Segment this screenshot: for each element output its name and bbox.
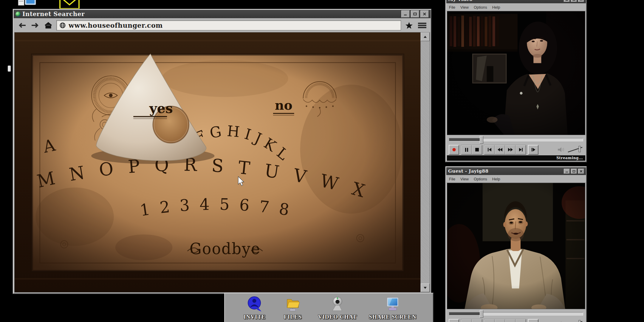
close-button[interactable] bbox=[578, 169, 584, 174]
invite-button[interactable]: INVITE bbox=[237, 296, 273, 320]
mail-icon bbox=[59, 0, 80, 10]
my-video-statusbar: Streaming... bbox=[447, 155, 585, 161]
my-video-seekbar[interactable] bbox=[446, 135, 586, 144]
back-icon bbox=[18, 22, 26, 28]
webcam-icon bbox=[329, 296, 346, 312]
previous-button[interactable] bbox=[484, 319, 495, 322]
url-globe-icon bbox=[60, 22, 66, 28]
scrollbar-track[interactable] bbox=[421, 41, 430, 284]
files-button[interactable]: FILES bbox=[275, 296, 311, 320]
step-forward-button[interactable] bbox=[528, 319, 538, 322]
maximize-button[interactable] bbox=[571, 169, 577, 174]
my-video-title: My Video bbox=[448, 0, 473, 2]
previous-button[interactable] bbox=[484, 145, 495, 154]
stop-icon bbox=[475, 148, 479, 151]
close-button[interactable] bbox=[578, 0, 584, 2]
step-forward-icon bbox=[531, 148, 535, 151]
mouse-cursor bbox=[238, 176, 245, 186]
stop-button[interactable] bbox=[472, 145, 482, 154]
guest-titlebar[interactable]: Guest - Jayig88 bbox=[446, 167, 586, 175]
volume-slider[interactable] bbox=[567, 320, 583, 322]
url-text: www.houseofhunger.com bbox=[69, 21, 163, 29]
my-video-controls bbox=[446, 144, 586, 155]
seek-progress bbox=[449, 138, 482, 141]
menu-help[interactable]: Help bbox=[492, 5, 500, 10]
back-button[interactable] bbox=[17, 21, 27, 30]
speaker-muted-icon[interactable] bbox=[557, 146, 565, 153]
minimize-button[interactable] bbox=[564, 169, 570, 174]
screen-artifact bbox=[8, 66, 11, 72]
browser-navbar: www.houseofhunger.com bbox=[13, 18, 431, 32]
address-bar[interactable]: www.houseofhunger.com bbox=[56, 20, 401, 30]
maximize-button[interactable] bbox=[411, 10, 419, 18]
board-goodbye[interactable]: Goodbye bbox=[190, 240, 261, 258]
guest-video-feed bbox=[447, 183, 585, 309]
rewind-button[interactable] bbox=[495, 145, 505, 154]
next-button[interactable] bbox=[515, 319, 526, 322]
scroll-up-button[interactable] bbox=[421, 32, 430, 41]
seek-progress bbox=[449, 312, 482, 315]
stop-button[interactable] bbox=[472, 319, 482, 322]
menu-options[interactable]: Options bbox=[474, 177, 487, 181]
vertical-scrollbar[interactable] bbox=[420, 32, 430, 292]
volume-slider[interactable] bbox=[567, 145, 583, 154]
fast-forward-button[interactable] bbox=[505, 319, 515, 322]
browser-content: no A F G H I J K L M N O P Q R S T U V W… bbox=[14, 32, 430, 292]
network-folder-icon bbox=[285, 296, 301, 312]
fast-forward-icon bbox=[508, 148, 513, 151]
bookmark-button[interactable] bbox=[404, 21, 414, 30]
fast-forward-button[interactable] bbox=[505, 145, 515, 154]
step-forward-button[interactable] bbox=[528, 145, 538, 155]
my-computer-icon bbox=[17, 0, 40, 9]
guest-seekbar[interactable] bbox=[446, 309, 586, 318]
browser-titlebar[interactable]: Internet Searcher bbox=[14, 10, 431, 18]
star-icon bbox=[405, 22, 413, 29]
home-button[interactable] bbox=[43, 21, 53, 30]
pause-button[interactable] bbox=[461, 319, 472, 322]
maximize-button[interactable] bbox=[571, 0, 577, 2]
board-no[interactable]: no bbox=[275, 98, 292, 113]
window-controls bbox=[401, 10, 429, 18]
menu-view[interactable]: View bbox=[460, 5, 469, 10]
record-button[interactable] bbox=[449, 145, 459, 155]
menu-button[interactable] bbox=[417, 21, 427, 30]
menu-help[interactable]: Help bbox=[492, 177, 500, 181]
share-screen-button[interactable]: SHARE SCREEN bbox=[364, 296, 421, 320]
minimize-button[interactable] bbox=[564, 0, 570, 2]
video-chat-button[interactable]: VIDEO CHAT bbox=[317, 296, 358, 320]
board-yes[interactable]: yes bbox=[149, 100, 173, 116]
guest-controls bbox=[446, 318, 586, 322]
menu-file[interactable]: File bbox=[449, 5, 455, 10]
arrow-up-icon bbox=[423, 35, 427, 38]
seek-thumb[interactable] bbox=[480, 136, 483, 144]
record-icon bbox=[452, 148, 456, 152]
desktop-icon-computer[interactable] bbox=[17, 0, 40, 10]
desktop: Internet Searcher bbox=[0, 0, 644, 322]
minimize-button[interactable] bbox=[401, 10, 410, 18]
menu-file[interactable]: File bbox=[449, 177, 455, 181]
seek-thumb[interactable] bbox=[480, 310, 483, 318]
my-video-menubar: File View Options Help bbox=[446, 4, 586, 11]
my-video-titlebar[interactable]: My Video bbox=[446, 0, 586, 3]
previous-icon bbox=[487, 148, 492, 151]
monitor-icon bbox=[384, 296, 401, 312]
rewind-button[interactable] bbox=[495, 319, 505, 322]
scroll-down-button[interactable] bbox=[421, 284, 430, 292]
invite-person-icon bbox=[247, 296, 263, 312]
speaker-muted-icon[interactable] bbox=[557, 321, 565, 322]
browser-title: Internet Searcher bbox=[22, 10, 85, 18]
next-button[interactable] bbox=[515, 145, 526, 154]
pause-button[interactable] bbox=[461, 145, 472, 154]
close-button[interactable] bbox=[420, 10, 429, 18]
webcam-video-man bbox=[447, 183, 585, 309]
ouija-board[interactable]: no A F G H I J K L M N O P Q R S T U V W… bbox=[15, 32, 420, 292]
webcam-video-woman bbox=[447, 11, 585, 135]
forward-button[interactable] bbox=[30, 21, 40, 30]
browser-globe-icon bbox=[16, 12, 21, 17]
record-button[interactable] bbox=[449, 319, 459, 322]
pause-icon bbox=[465, 148, 468, 152]
menu-view[interactable]: View bbox=[460, 177, 469, 181]
my-video-window: My Video File View Options Help bbox=[445, 0, 587, 162]
menu-options[interactable]: Options bbox=[474, 5, 487, 10]
rewind-icon bbox=[498, 148, 502, 151]
